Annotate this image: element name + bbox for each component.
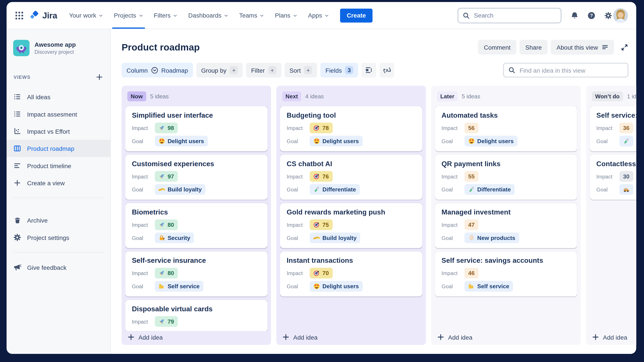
idea-card[interactable]: Self-service insuranceImpact80GoalSelf s… (125, 251, 267, 296)
global-search-input[interactable] (473, 11, 556, 19)
impact-chip[interactable]: 80 (155, 268, 178, 279)
impact-chip[interactable]: 30 (619, 171, 633, 182)
nav-menu-your-work[interactable]: Your work (69, 2, 103, 28)
create-button[interactable]: Create (340, 8, 372, 22)
sidebar-item-impact-assesment[interactable]: Impact assesment (6, 105, 110, 123)
add-idea-button[interactable]: Add idea (280, 331, 422, 341)
impact-chip[interactable]: 70 (310, 268, 332, 279)
impact-chip[interactable]: 47 (464, 219, 478, 230)
idea-card[interactable]: Instant transactionsImpact70GoalDelight … (280, 251, 422, 296)
comment-button[interactable]: Comment (478, 40, 516, 54)
goal-value: Security (168, 234, 190, 241)
idea-card[interactable]: Budgeting toolImpact78GoalDelight users (280, 106, 422, 151)
views-header: VIEWS (6, 73, 110, 81)
idea-card[interactable]: ContactlessImpact30Goal (590, 155, 636, 199)
row-height-button[interactable] (362, 63, 376, 77)
idea-card[interactable]: Simplified user interfaceImpact98GoalDel… (125, 106, 267, 151)
idea-card[interactable]: Automated tasksImpact56GoalDelight users (435, 106, 577, 151)
rocket-icon (158, 125, 165, 131)
goal-chip[interactable]: Delight users (155, 136, 208, 147)
lines-icon (602, 44, 608, 50)
goal-chip[interactable]: Self service (155, 281, 203, 292)
sort-alpha-button[interactable]: A (380, 63, 394, 77)
goal-chip[interactable] (619, 136, 634, 147)
find-idea-input[interactable] (519, 66, 623, 74)
jira-logo[interactable]: Jira (30, 10, 57, 21)
about-this-view-button[interactable]: About this view (551, 40, 614, 54)
idea-card[interactable]: Disposable virtual cardsImpact79 (125, 300, 267, 331)
nav-icon-group: ? (570, 11, 612, 19)
add-idea-button[interactable]: Add idea (435, 331, 577, 341)
project-name: Awesome app (34, 41, 76, 48)
sidebar-item-impact-vs-effort[interactable]: Impact vs Effort (6, 123, 110, 140)
project-header[interactable]: Awesome app Discovery project (6, 40, 110, 56)
impact-row: Impact97 (132, 171, 261, 182)
impact-chip[interactable]: 56 (464, 123, 478, 134)
goal-chip[interactable]: Delight users (464, 136, 517, 147)
fields-button[interactable]: Fields3 (320, 63, 358, 77)
global-search[interactable] (458, 8, 562, 23)
settings-icon[interactable] (604, 11, 612, 19)
sort-button[interactable]: Sort+ (284, 63, 317, 77)
impact-chip[interactable]: 97 (155, 171, 178, 182)
goal-chip[interactable]: Self service (464, 281, 513, 292)
impact-chip[interactable]: 55 (464, 171, 478, 182)
sidebar-item-product-roadmap[interactable]: Product roadmap (6, 140, 110, 157)
add-idea-button[interactable]: Add idea (590, 331, 636, 341)
idea-card[interactable]: Gold rewards marketing pushImpact75GoalB… (280, 203, 422, 248)
goal-chip[interactable]: Security (155, 232, 194, 243)
impact-chip[interactable]: 36 (619, 123, 633, 134)
sidebar-item-archive[interactable]: Archive (6, 212, 110, 229)
sidebar-item-create-a-view[interactable]: Create a view (6, 174, 110, 191)
filter-button[interactable]: Filter+ (246, 63, 281, 77)
impact-chip[interactable]: 79 (155, 316, 178, 327)
app-switcher-icon[interactable] (15, 11, 24, 20)
notifications-icon[interactable] (570, 11, 579, 19)
idea-card[interactable]: QR payment linksImpact55GoalDifferentiat… (435, 155, 577, 199)
expand-view-button[interactable] (621, 43, 628, 51)
goal-chip[interactable]: Build loyalty (155, 184, 205, 195)
idea-card[interactable]: Self service: savings accountsImpact46Go… (435, 251, 577, 296)
goal-label: Goal (287, 283, 310, 289)
impact-chip[interactable]: 78 (310, 123, 332, 134)
nav-menu-teams[interactable]: Teams (239, 2, 264, 28)
add-idea-button[interactable]: Add idea (125, 331, 267, 341)
impact-chip[interactable]: 75 (310, 219, 332, 230)
goal-chip[interactable]: Differentiate (310, 184, 360, 195)
group-by-button[interactable]: Group by+ (196, 63, 243, 77)
impact-chip[interactable]: 46 (464, 268, 478, 279)
sidebar-item-give-feedback[interactable]: Give feedback (6, 259, 110, 276)
nav-menu-filters[interactable]: Filters (154, 2, 178, 28)
nav-menu-dashboards[interactable]: Dashboards (188, 2, 228, 28)
sidebar-item-all-ideas[interactable]: All ideas (6, 88, 110, 105)
toolbar-button-label: Fields (326, 67, 342, 74)
sidebar-item-product-timeline[interactable]: Product timeline (6, 157, 110, 174)
user-avatar[interactable] (613, 8, 628, 23)
idea-card[interactable]: Self service:Impact36Goal (590, 106, 636, 151)
add-view-icon[interactable] (96, 73, 103, 81)
goal-chip[interactable]: Delight users (310, 281, 362, 292)
idea-card[interactable]: CS chatbot AIImpact76GoalDifferentiate (280, 155, 422, 199)
impact-chip[interactable]: 98 (155, 123, 178, 134)
idea-card[interactable]: Customised experiencesImpact97GoalBuild … (125, 155, 267, 199)
sidebar-divider (13, 252, 104, 253)
rocket-icon (158, 318, 165, 325)
idea-card[interactable]: BiometricsImpact80GoalSecurity (125, 203, 267, 248)
nav-menu-apps[interactable]: Apps (308, 2, 329, 28)
impact-chip[interactable]: 76 (310, 171, 332, 182)
sidebar-item-project-settings[interactable]: Project settings (6, 229, 110, 246)
column-view-selector[interactable]: Column Roadmap (122, 63, 193, 77)
impact-chip[interactable]: 80 (155, 219, 178, 230)
goal-chip[interactable]: Differentiate (464, 184, 514, 195)
goal-chip[interactable]: Delight users (310, 136, 362, 147)
goal-chip[interactable]: Build loyalty (310, 232, 360, 243)
idea-card[interactable]: Managed investmentImpact47GoalNew produc… (435, 203, 577, 248)
board-column-now: Now5 ideasSimplified user interfaceImpac… (122, 86, 271, 345)
nav-menu-projects[interactable]: Projects (114, 2, 143, 28)
find-idea-search[interactable] (503, 63, 628, 77)
goal-chip[interactable] (619, 184, 634, 195)
help-icon[interactable]: ? (587, 11, 596, 19)
nav-menu-plans[interactable]: Plans (275, 2, 298, 28)
goal-chip[interactable]: New products (464, 232, 519, 243)
share-button[interactable]: Share (520, 40, 548, 54)
